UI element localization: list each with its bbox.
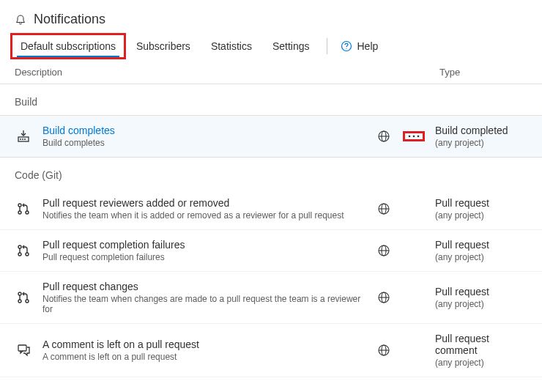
col-type: Type — [439, 67, 527, 78]
help-label: Help — [357, 40, 378, 52]
type-subtitle: (any project) — [435, 252, 527, 262]
svg-point-13 — [18, 245, 21, 248]
row-type: Build completed (any project) — [435, 125, 527, 148]
svg-point-20 — [26, 300, 29, 303]
type-subtitle: (any project) — [435, 138, 527, 148]
row-title: Pull request completion failures — [42, 239, 365, 251]
row-type: Pull request (any project) — [435, 239, 527, 262]
row-subtitle: Build completes — [42, 138, 365, 148]
type-title: Pull request — [435, 197, 527, 209]
svg-point-5 — [409, 136, 411, 138]
tab-statistics[interactable]: Statistics — [201, 33, 262, 59]
section-title-code-git: Code (Git) — [0, 158, 542, 188]
globe-icon — [375, 291, 393, 304]
build-icon — [15, 129, 32, 144]
tab-label: Default subscriptions — [21, 40, 116, 52]
row-text: Pull request changes Notifies the team w… — [42, 281, 365, 314]
col-description: Description — [15, 67, 439, 78]
tab-divider — [327, 38, 327, 54]
svg-point-14 — [18, 253, 21, 256]
globe-icon — [375, 202, 393, 215]
tab-label: Statistics — [211, 40, 252, 52]
tabs-bar: Default subscriptions Subscribers Statis… — [0, 33, 542, 59]
type-title: Pull request comment — [435, 333, 527, 356]
pull-request-icon — [15, 201, 32, 216]
row-type: Pull request (any project) — [435, 286, 527, 309]
table-row[interactable]: Build completes Build completes Build co… — [0, 115, 542, 158]
tab-settings[interactable]: Settings — [262, 33, 320, 59]
pull-request-icon — [15, 243, 32, 258]
row-title: A comment is left on a pull request — [42, 339, 365, 350]
svg-point-18 — [18, 292, 21, 295]
type-subtitle: (any project) — [435, 358, 527, 368]
svg-point-8 — [18, 204, 21, 207]
pull-request-icon — [15, 290, 32, 305]
svg-point-15 — [26, 253, 29, 256]
more-actions-button[interactable] — [403, 126, 425, 147]
help-icon — [341, 40, 352, 52]
row-text: Build completes Build completes — [42, 125, 365, 148]
svg-point-19 — [18, 300, 21, 303]
tab-label: Subscribers — [136, 40, 190, 52]
row-text: A comment is left on a pull request A co… — [42, 339, 365, 362]
svg-point-9 — [18, 211, 21, 214]
globe-icon — [375, 130, 393, 143]
column-headers: Description Type — [0, 59, 542, 84]
page-title: Notifications — [34, 12, 105, 27]
svg-point-6 — [413, 136, 415, 138]
svg-point-10 — [26, 211, 29, 214]
bell-icon — [15, 14, 26, 26]
row-subtitle: Notifies the team when changes are made … — [42, 294, 365, 314]
table-row[interactable]: Pull request completion failures Pull re… — [0, 230, 542, 272]
type-title: Pull request — [435, 239, 527, 251]
row-text: Pull request reviewers added or removed … — [42, 197, 365, 221]
row-subtitle: Notifies the team when it is added or re… — [42, 210, 365, 221]
svg-rect-23 — [18, 345, 26, 351]
comment-icon — [15, 343, 32, 358]
row-title: Pull request reviewers added or removed — [42, 197, 365, 209]
globe-icon — [375, 344, 393, 357]
row-subtitle: A comment is left on a pull request — [42, 352, 365, 362]
svg-point-1 — [346, 48, 347, 49]
row-type: Pull request comment (any project) — [435, 333, 527, 368]
type-title: Build completed — [435, 125, 527, 136]
tab-default-subscriptions[interactable]: Default subscriptions — [10, 33, 126, 59]
tab-subscribers[interactable]: Subscribers — [126, 33, 201, 59]
type-subtitle: (any project) — [435, 299, 527, 309]
row-title: Pull request changes — [42, 281, 365, 292]
more-icon — [403, 131, 425, 141]
table-row[interactable]: A comment is left on a pull request A co… — [0, 324, 542, 377]
svg-point-7 — [417, 136, 420, 138]
section-title-build: Build — [0, 84, 542, 115]
type-subtitle: (any project) — [435, 210, 527, 221]
globe-icon — [375, 244, 393, 257]
row-title[interactable]: Build completes — [42, 125, 365, 136]
table-row[interactable]: Pull request changes Notifies the team w… — [0, 272, 542, 324]
row-subtitle: Pull request completion failures — [42, 252, 365, 262]
type-title: Pull request — [435, 286, 527, 297]
row-type: Pull request (any project) — [435, 197, 527, 221]
page-header: Notifications — [0, 0, 542, 33]
table-row[interactable]: Pull request reviewers added or removed … — [0, 188, 542, 230]
row-text: Pull request completion failures Pull re… — [42, 239, 365, 262]
help-link[interactable]: Help — [335, 33, 384, 59]
tab-label: Settings — [272, 40, 310, 52]
